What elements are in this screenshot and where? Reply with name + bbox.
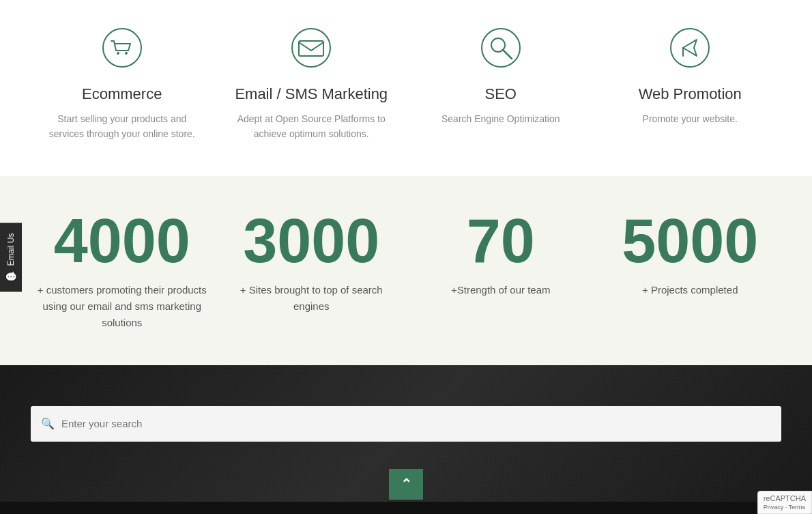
email-sidebar[interactable]: 💬 Email Us [0, 223, 22, 291]
search-bar: 🔍 [31, 406, 781, 442]
svg-point-0 [103, 29, 141, 67]
svg-point-5 [482, 29, 520, 67]
service-seo: SEO Search Engine Optimization [414, 14, 588, 133]
svg-point-8 [671, 29, 709, 67]
service-seo-desc: Search Engine Optimization [420, 111, 581, 126]
service-promotion-title: Web Promotion [610, 85, 770, 103]
service-email-desc: Adept at Open Source Platforms to achiev… [231, 111, 392, 142]
service-ecommerce: Ecommerce Start selling your products an… [35, 14, 209, 149]
service-ecommerce-desc: Start selling your products and services… [42, 111, 202, 142]
stat-sites-desc: + Sites brought to top of search engines [224, 282, 398, 315]
scroll-up-button[interactable]: ⌃ [389, 469, 423, 500]
stats-section: 4000 + customers promoting their product… [0, 176, 812, 365]
svg-point-2 [125, 52, 128, 55]
search-icon: 🔍 [41, 417, 55, 430]
stat-sites-number: 3000 [224, 210, 398, 272]
svg-point-3 [292, 29, 330, 67]
footer-dark: 🔍 ⌃ [0, 365, 812, 502]
stat-team: 70 +Strength of our team [414, 210, 588, 298]
svg-point-1 [117, 52, 119, 55]
service-ecommerce-title: Ecommerce [42, 85, 202, 103]
services-section: Ecommerce Start selling your products an… [0, 0, 812, 176]
stat-team-number: 70 [414, 210, 588, 272]
stat-customers-number: 4000 [35, 210, 209, 272]
stat-team-desc: +Strength of our team [414, 282, 588, 298]
search-input[interactable] [55, 418, 771, 429]
recaptcha-badge: reCAPTCHA Privacy · Terms [757, 491, 812, 514]
seo-icon [474, 20, 528, 75]
stat-customers: 4000 + customers promoting their product… [35, 210, 209, 331]
service-web-promotion: Web Promotion Promote your website. [603, 14, 777, 133]
email-us-label: Email Us [6, 233, 16, 266]
footer-bottom: © 2016 All Rights Reserved. B M Software… [0, 502, 812, 514]
email-icon [284, 20, 338, 75]
stat-projects-desc: + Projects completed [603, 282, 777, 298]
service-seo-title: SEO [420, 85, 581, 103]
stat-sites: 3000 + Sites brought to top of search en… [224, 210, 398, 315]
search-container: 🔍 [31, 406, 781, 442]
stat-customers-desc: + customers promoting their products usi… [35, 282, 209, 331]
svg-line-7 [503, 50, 512, 59]
svg-rect-4 [299, 41, 323, 56]
stat-projects: 5000 + Projects completed [603, 210, 777, 298]
cart-icon [95, 20, 149, 75]
stat-projects-number: 5000 [603, 210, 777, 272]
service-promotion-desc: Promote your website. [610, 111, 770, 126]
promotion-icon [663, 20, 717, 75]
service-email-title: Email / SMS Marketing [231, 85, 392, 103]
service-email-sms: Email / SMS Marketing Adept at Open Sour… [224, 14, 398, 149]
